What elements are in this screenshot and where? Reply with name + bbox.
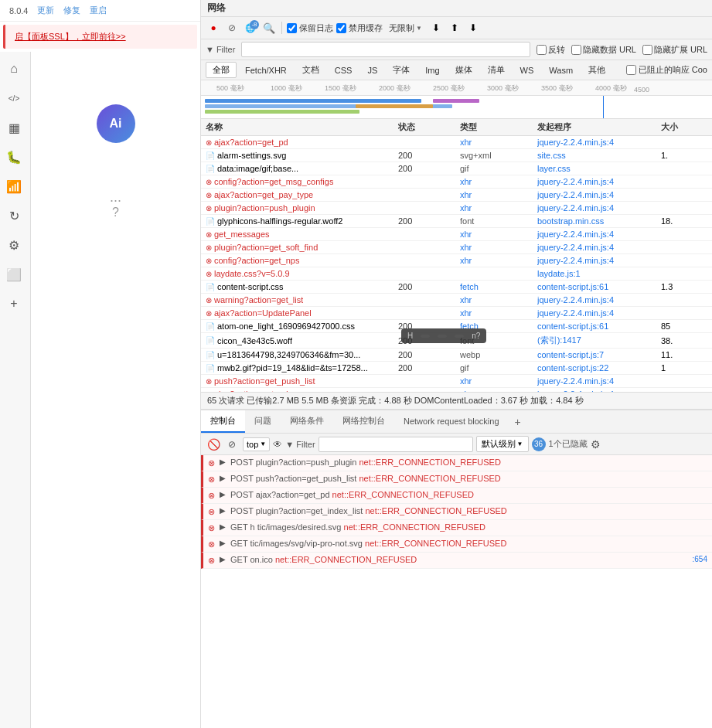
- sidebar-code-icon[interactable]: </>: [0, 84, 28, 112]
- ssl-alert-link[interactable]: 启【面板SSL】，立即前往>>: [15, 32, 126, 41]
- expand-arrow[interactable]: ▶: [220, 474, 226, 482]
- table-row[interactable]: 📄 mwb2.gif?pid=19_148&lid=&ts=17258... 2…: [201, 362, 712, 375]
- disable-cache-checkbox[interactable]: 禁用缓存: [336, 22, 383, 34]
- tab-all[interactable]: 全部: [206, 62, 237, 78]
- table-row[interactable]: ⊗ ajax?action=get_pay_type xhr jquery-2.…: [201, 189, 712, 202]
- import-icon[interactable]: ⬇: [428, 20, 444, 36]
- add-tab-button[interactable]: +: [509, 411, 527, 433]
- search-button[interactable]: 🔍: [261, 20, 277, 36]
- table-row[interactable]: ⊗ push?action=get_push_list xhr jquery-2…: [201, 375, 712, 388]
- doc-icon: 📄: [206, 283, 215, 291]
- disable-cache-input[interactable]: [336, 23, 346, 33]
- tab-other[interactable]: 其他: [581, 62, 612, 78]
- table-row[interactable]: 📄 u=1813644798,3249706346&fm=30... 200 w…: [201, 349, 712, 362]
- clear-button[interactable]: ⊘: [224, 20, 240, 36]
- tab-font[interactable]: 字体: [386, 62, 417, 78]
- expand-arrow[interactable]: ▶: [220, 458, 226, 466]
- tab-request-blocking[interactable]: Network request blocking: [394, 412, 509, 432]
- preserve-log-input[interactable]: [287, 23, 297, 33]
- console-filter-icon[interactable]: ▼ Filter: [285, 440, 315, 449]
- tab-clear[interactable]: 清单: [481, 62, 512, 78]
- message-source[interactable]: :654: [693, 555, 707, 563]
- cell-size: 1.3: [661, 282, 707, 291]
- filter-input[interactable]: [241, 42, 530, 57]
- dots-button[interactable]: ...: [37, 189, 194, 206]
- cell-initiator: jquery-2.2.4.min.js:4: [537, 376, 661, 386]
- sidebar-home-icon[interactable]: ⌂: [0, 55, 28, 83]
- table-row[interactable]: 📄 alarm-settings.svg 200 svg+xml site.cs…: [201, 149, 712, 162]
- badge-button[interactable]: 🌐 -8: [243, 20, 258, 36]
- expand-arrow[interactable]: ▶: [220, 555, 226, 563]
- tab-wasm[interactable]: Wasm: [542, 63, 580, 77]
- tab-css[interactable]: CSS: [328, 63, 359, 77]
- ssl-alert[interactable]: 启【面板SSL】，立即前往>>: [3, 25, 197, 49]
- sidebar-plus-icon[interactable]: +: [0, 290, 28, 318]
- sidebar-browser-icon[interactable]: ⬜: [0, 260, 28, 288]
- table-row[interactable]: 📄 content-script.css 200 fetch content-s…: [201, 281, 712, 294]
- help-button[interactable]: ?: [37, 206, 194, 219]
- cell-initiator: jquery-2.2.4.min.js:4: [537, 256, 661, 265]
- ai-badge[interactable]: Ai: [97, 104, 135, 143]
- tab-img[interactable]: Img: [418, 63, 446, 77]
- tab-ws[interactable]: WS: [513, 63, 541, 77]
- repair-link[interactable]: 修复: [63, 5, 80, 16]
- blocked-responses-checkbox[interactable]: 已阻止的响应 Coo: [626, 64, 707, 76]
- console-clear-button[interactable]: 🚫: [206, 437, 221, 452]
- table-row[interactable]: 📄 data:image/gif;base... 200 gif layer.c…: [201, 162, 712, 175]
- hide-ext-url-input[interactable]: [642, 45, 652, 55]
- sidebar-wifi-icon[interactable]: 📶: [0, 172, 28, 200]
- expand-arrow[interactable]: ▶: [220, 490, 226, 498]
- export-icon[interactable]: ⬆: [447, 20, 462, 36]
- expand-arrow[interactable]: ▶: [220, 539, 226, 547]
- cell-name: 📄 content-script.css: [206, 282, 398, 291]
- table-row[interactable]: ⊗ laydate.css?v=5.0.9 laydate.js:1: [201, 267, 712, 281]
- hide-ext-url-checkbox[interactable]: 隐藏扩展 URL: [642, 44, 707, 56]
- download-icon[interactable]: ⬇: [465, 20, 481, 36]
- table-row[interactable]: 📄 atom-one_light_1690969427000.css 200 f…: [201, 320, 712, 333]
- tab-network-conditions[interactable]: 网络条件: [281, 410, 333, 433]
- tab-console[interactable]: 控制台: [201, 410, 245, 433]
- eye-button[interactable]: 👁: [273, 439, 282, 450]
- table-row[interactable]: ⊗ ajax?action=UpdatePanel xhr jquery-2.2…: [201, 307, 712, 320]
- preserve-log-checkbox[interactable]: 保留日志: [287, 22, 333, 34]
- sidebar-gear-icon[interactable]: ⚙: [0, 231, 28, 259]
- filter-icon[interactable]: ▼ Filter: [206, 45, 235, 54]
- tab-network-control[interactable]: 网络控制台: [333, 410, 394, 433]
- invert-input[interactable]: [537, 45, 547, 55]
- tab-doc[interactable]: 文档: [295, 62, 326, 78]
- expand-arrow[interactable]: ▶: [220, 522, 226, 531]
- console-settings-button[interactable]: ⚙: [591, 438, 601, 451]
- update-link[interactable]: 更新: [37, 5, 54, 16]
- table-row[interactable]: 📄 glyphicons-halflings-regular.woff2 200…: [201, 215, 712, 228]
- expand-arrow[interactable]: ▶: [220, 506, 226, 515]
- tab-media[interactable]: 媒体: [448, 62, 479, 78]
- table-row[interactable]: ⊗ plugin?action=push_plugin xhr jquery-2…: [201, 202, 712, 215]
- sidebar-refresh-icon[interactable]: ↻: [0, 202, 28, 230]
- message-count: 36: [532, 437, 546, 451]
- tab-fetch-xhr[interactable]: Fetch/XHR: [238, 63, 294, 77]
- console-cancel-button[interactable]: ⊘: [224, 437, 240, 452]
- table-row[interactable]: ⊗ warning?action=get_list xhr jquery-2.2…: [201, 294, 712, 307]
- message-text: POST plugin?action=get_index_list net::E…: [230, 506, 707, 515]
- table-row[interactable]: ⊗ config?action=get_nps xhr jquery-2.2.4…: [201, 254, 712, 267]
- restart-link[interactable]: 重启: [90, 5, 107, 16]
- log-level-selector[interactable]: 默认级别 ▼: [476, 436, 529, 452]
- table-row[interactable]: ⊗ plugin?action=get_soft_find xhr jquery…: [201, 241, 712, 254]
- table-row[interactable]: ⊗ ajax?action=get_pd xhr jquery-2.2.4.mi…: [201, 136, 712, 149]
- console-filter-input[interactable]: [319, 437, 473, 452]
- hide-data-url-input[interactable]: [571, 45, 581, 55]
- table-row[interactable]: 📄 cicon_43e43c5.woff 200 font (索引):1417 …: [201, 333, 712, 349]
- hide-data-url-checkbox[interactable]: 隐藏数据 URL: [571, 44, 636, 56]
- tab-issues[interactable]: 问题: [245, 410, 281, 433]
- record-button[interactable]: ●: [206, 20, 221, 36]
- table-row[interactable]: ⊗ get_messages xhr jquery-2.2.4.min.js:4: [201, 228, 712, 241]
- throttle-dropdown[interactable]: 无限制 ▼: [386, 21, 425, 36]
- invert-checkbox[interactable]: 反转: [537, 44, 565, 56]
- cell-type: xhr: [460, 177, 537, 186]
- table-row[interactable]: ⊗ config?action=get_msg_configs xhr jque…: [201, 175, 712, 189]
- sidebar-image-icon[interactable]: ▦: [0, 114, 28, 141]
- sidebar-bug-icon[interactable]: 🐛: [0, 143, 28, 171]
- blocked-input[interactable]: [626, 65, 636, 75]
- context-selector[interactable]: top ▼: [243, 437, 270, 451]
- tab-js[interactable]: JS: [360, 63, 384, 77]
